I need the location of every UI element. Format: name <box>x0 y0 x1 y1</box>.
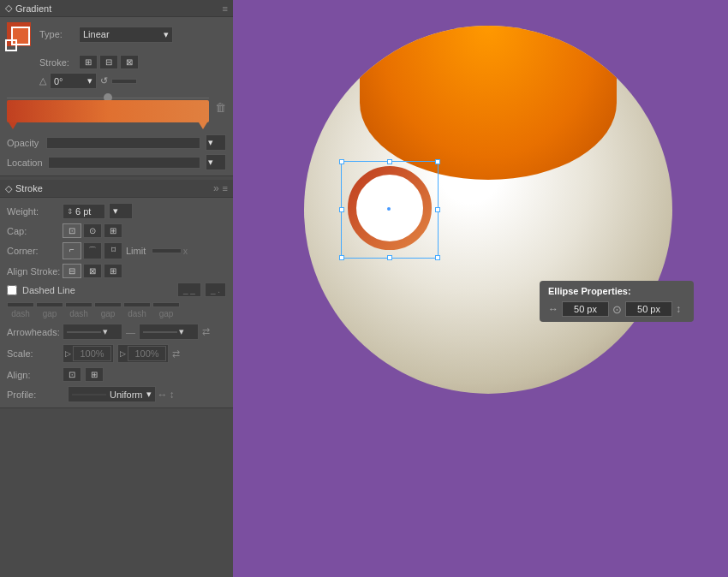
dashed-option2[interactable]: _ . <box>205 283 226 297</box>
align-icons: ⊟ ⊠ ⊞ <box>63 264 122 278</box>
stroke-icon-3[interactable]: ⊠ <box>120 55 139 69</box>
type-dropdown-arrow: ▾ <box>164 29 169 40</box>
align-inside[interactable]: ⊠ <box>83 264 102 278</box>
align-outside[interactable]: ⊞ <box>104 264 122 278</box>
angle-val2 <box>111 79 137 84</box>
gap-input-1[interactable] <box>36 302 63 307</box>
profile-value: Uniform <box>110 390 143 400</box>
stroke-panel-header[interactable]: ◇ Stroke » ≡ <box>0 180 233 198</box>
dash-input-2[interactable] <box>65 302 92 307</box>
scale-arrow-1: ▷ <box>65 349 71 358</box>
type-value: Linear <box>83 29 110 39</box>
scale-link-icon[interactable]: ⇄ <box>172 348 180 360</box>
cap-butt[interactable]: ⊡ <box>63 223 81 238</box>
align-btn1[interactable]: ⊡ <box>63 367 81 382</box>
ellipse-width-input[interactable] <box>562 301 609 317</box>
angle-dropdown-arrow: ▾ <box>87 75 92 86</box>
cap-row: Cap: ⊡ ⊙ ⊞ <box>7 223 226 238</box>
stroke-panel-title: Stroke <box>15 183 43 193</box>
stroke-indicator <box>5 39 17 51</box>
weight-unit-dropdown[interactable]: ▾ <box>109 203 133 219</box>
weight-input[interactable]: ⇕ 6 pt <box>63 204 105 219</box>
location-label: Location <box>7 158 43 168</box>
angle-triangle: △ <box>39 75 46 86</box>
gradient-bar[interactable] <box>7 100 209 122</box>
stroke-panel-dots: ≡ <box>223 183 228 193</box>
gradient-stop-left[interactable] <box>9 122 17 129</box>
align-btn2[interactable]: ⊞ <box>85 367 104 382</box>
cap-round[interactable]: ⊙ <box>83 223 102 238</box>
stroke-panel-body: Weight: ⇕ 6 pt ▾ Cap: ⊡ ⊙ ⊞ <box>0 198 233 407</box>
corner-bevel[interactable]: ⌑ <box>104 242 122 259</box>
ellipse-props-row: ↔ ⊙ ↕ <box>548 301 685 317</box>
align-stroke-label: Align Stroke: <box>7 266 63 277</box>
scale-input-2[interactable]: 100% <box>128 346 166 361</box>
dash-input-3[interactable] <box>123 302 151 307</box>
dashed-checkbox[interactable] <box>7 285 17 295</box>
scale-row: Scale: ▷ 100% ▷ 100% ⇄ <box>7 344 226 363</box>
profile-label: Profile: <box>7 390 63 400</box>
arrowheads-label: Arrowheads: <box>7 327 63 337</box>
corner-label: Corner: <box>7 246 63 256</box>
arrowhead-start[interactable]: ▾ <box>63 324 122 340</box>
profile-flat <box>72 394 106 396</box>
gap-input-2[interactable] <box>94 302 122 307</box>
arrow-start-line <box>67 331 101 333</box>
type-label: Type: <box>39 29 74 39</box>
cap-projecting[interactable]: ⊞ <box>104 223 122 238</box>
stroke-icons-row: ⊞ ⊟ ⊠ <box>79 55 139 69</box>
weight-value: 6 pt <box>75 206 91 217</box>
gap-input-3[interactable] <box>152 302 180 307</box>
dash-label-3: dash <box>123 309 151 318</box>
gap-label-3: gap <box>152 309 180 318</box>
angle-input[interactable]: 0° ▾ <box>50 73 97 89</box>
weight-spinner[interactable]: ⇕ <box>67 207 74 216</box>
angle-row: △ 0° ▾ ↺ <box>39 73 226 89</box>
width-icon: ↔ <box>548 303 558 315</box>
gradient-panel-body: Type: Linear ▾ Stroke: ⊞ ⊟ ⊠ <box>0 17 233 175</box>
scale-input-1[interactable]: 100% <box>73 346 111 361</box>
scale-input-1-wrap[interactable]: ▷ 100% <box>63 344 114 363</box>
scale-input-2-wrap[interactable]: ▷ 100% <box>117 344 169 363</box>
opacity-dropdown[interactable]: ▾ <box>206 134 226 151</box>
dash-input-1[interactable] <box>7 302 34 307</box>
stroke-icon-2[interactable]: ⊟ <box>99 55 118 69</box>
align-center[interactable]: ⊟ <box>63 264 81 278</box>
location-slider[interactable] <box>48 157 200 169</box>
opacity-slider[interactable] <box>46 137 200 149</box>
corner-icons: ⌐ ⌒ ⌑ <box>63 242 122 259</box>
gradient-delete-icon[interactable]: 🗑 <box>215 101 226 114</box>
weight-label: Weight: <box>7 206 63 217</box>
arrowhead-end[interactable]: ▾ <box>139 324 199 340</box>
stroke-panel-expand[interactable]: » <box>213 182 219 194</box>
weight-row: Weight: ⇕ 6 pt ▾ <box>7 203 226 219</box>
gradient-panel-triangle: ◇ <box>5 3 12 14</box>
gradient-panel-header[interactable]: ◇ Gradient ≡ <box>0 0 233 17</box>
ellipse-height-input[interactable] <box>625 301 672 317</box>
link-icon[interactable]: ⊙ <box>612 303 622 316</box>
ellipse-properties-tooltip: Ellipse Properties: ↔ ⊙ ↕ <box>540 281 694 322</box>
stroke-icon-1[interactable]: ⊞ <box>79 55 98 69</box>
profile-icon1[interactable]: ↔ <box>158 389 168 401</box>
dash-inputs-row <box>7 302 226 307</box>
corner-limit-input[interactable] <box>152 248 182 253</box>
arrow-start-tip: ▾ <box>103 326 108 337</box>
type-dropdown[interactable]: Linear ▾ <box>79 27 173 43</box>
panel-dots-icon: ≡ <box>223 3 228 14</box>
corner-round[interactable]: ⌒ <box>83 242 102 259</box>
location-dropdown-arrow: ▾ <box>208 157 213 168</box>
gradient-color-row: Type: Linear ▾ <box>7 22 226 50</box>
corner-miter[interactable]: ⌐ <box>63 242 81 259</box>
arrow-end-line <box>143 331 177 333</box>
color-swatch-stack[interactable] <box>7 22 34 50</box>
gap-label-2: gap <box>94 309 122 318</box>
location-dropdown[interactable]: ▾ <box>206 154 226 170</box>
swap-arrows-icon[interactable]: ⇄ <box>202 326 210 337</box>
dashed-option1[interactable]: _ _ <box>177 283 201 297</box>
stroke-label-row: Stroke: ⊞ ⊟ ⊠ <box>39 55 226 69</box>
type-row: Type: Linear ▾ <box>39 27 226 43</box>
profile-select[interactable]: Uniform ▾ <box>68 386 156 402</box>
profile-icon2[interactable]: ↕ <box>170 389 175 401</box>
gradient-stop-right[interactable] <box>199 122 207 129</box>
stroke-label: Stroke: <box>39 57 74 68</box>
